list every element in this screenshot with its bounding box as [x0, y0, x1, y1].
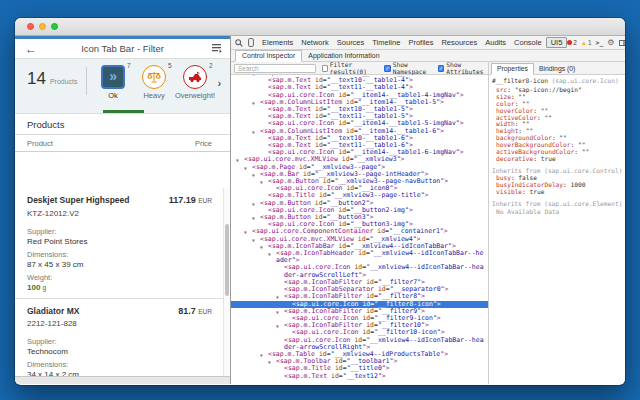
tree-row[interactable]: <sap.ui.core.Icon id="__xmlview4--idIcon…	[231, 264, 488, 278]
devtools-tab-network[interactable]: Network	[297, 37, 333, 48]
scales-icon	[142, 65, 166, 89]
inherited-properties: Inherits from (sap.ui.core.Control)busy:…	[492, 168, 623, 216]
checkbox-label: Filter results(0)	[330, 61, 378, 75]
devtools-tab-elements[interactable]: Elements	[258, 37, 297, 48]
selected-control-header: #__filter8-icon (sap.ui.core.Icon)	[492, 78, 623, 85]
column-product: Product	[27, 139, 53, 148]
checkbox-icon[interactable]	[322, 65, 328, 72]
device-toolbar-icon[interactable]	[248, 38, 254, 47]
zoom-window-button[interactable]	[51, 23, 58, 30]
devtools-tab-ui5[interactable]: UI5	[546, 37, 568, 48]
weight-label: Weight:	[27, 273, 212, 282]
checkbox-label: Show Namespace	[393, 61, 432, 75]
devtools-tab-console[interactable]: Console	[510, 37, 546, 48]
overflow-icon[interactable]	[212, 44, 222, 53]
checkbox-icon[interactable]: ✓	[384, 65, 391, 72]
tree-row[interactable]: <sap.m.Text id="__text12">	[231, 373, 488, 380]
product-code: KTZ-12012.V2	[27, 209, 212, 218]
app-scrollbar[interactable]	[223, 188, 230, 376]
devtools-pane: ElementsNetworkSourcesTimelineProfilesRe…	[230, 36, 625, 384]
table-header: Product Price	[15, 135, 230, 152]
overweight-icon	[183, 65, 207, 89]
tab-filter-ok[interactable]: 7 » Ok	[93, 59, 134, 100]
devtools-toolbar: ElementsNetworkSourcesTimelineProfilesRe…	[231, 36, 625, 50]
elements-tree: ▼<sap.m.ColumnListItem id="__item14-__ta…	[231, 75, 488, 384]
property-row: visible: true	[492, 189, 623, 196]
column-price: Price	[195, 139, 212, 148]
selected-tab-underline	[103, 110, 144, 113]
tab-filter-overweight[interactable]: 2 Overweight!	[175, 59, 216, 100]
tab-scroll-right-icon[interactable]: ›	[218, 77, 222, 89]
inherits-from-header: Inherits from (sap.ui.core.Element)	[492, 201, 623, 208]
tree-row[interactable]: <sap.ui.core.Icon id="__xmlview4--idIcon…	[231, 337, 488, 351]
product-list: Deskjet Super Highspeed 117.19 EUR KTZ-1…	[15, 188, 223, 376]
browser-window: ← Icon Tab Bar - Filter 14 Products	[15, 18, 625, 385]
product-price: 81.7 EUR	[178, 306, 212, 317]
subtab-control-inspector[interactable]: Control Inspector	[235, 50, 302, 62]
devtools-tab-timeline[interactable]: Timeline	[368, 37, 404, 48]
product-name: Gladiator MX	[27, 306, 79, 317]
tree-filterbar: Filter results(0)✓Show Namespace✓Show At…	[231, 62, 488, 75]
warning-badge[interactable]: ▲ 1	[581, 39, 592, 46]
supplier-label: Supplier:	[27, 337, 212, 346]
product-row[interactable]: Deskjet Super Highspeed 117.19 EUR KTZ-1…	[15, 188, 223, 299]
tab-filter-heavy[interactable]: 5 Heavy	[134, 59, 175, 100]
supplier-value: Technocom	[27, 347, 212, 356]
devtools-tab-resources[interactable]: Resources	[437, 37, 481, 48]
dimensions-label: Dimensions:	[27, 250, 212, 259]
app-header: ← Icon Tab Bar - Filter	[15, 39, 230, 59]
minimize-window-button[interactable]	[39, 23, 46, 30]
own-properties: src: "sap-icon://begin"size: ""color: ""…	[492, 87, 623, 163]
subtab-application-information[interactable]: Application Information	[302, 51, 385, 61]
product-name: Deskjet Super Highspeed	[27, 195, 130, 206]
window-titlebar	[15, 18, 625, 36]
no-data-message: No Available Data	[492, 209, 623, 216]
app-scrollbar-thumb[interactable]	[225, 224, 229, 296]
page-title: Icon Tab Bar - Filter	[15, 43, 230, 54]
search-input[interactable]	[234, 64, 316, 73]
devtools-toolbar-right: 2 ▲ 1 >_ ⚙ ×	[567, 38, 625, 48]
inspect-element-icon[interactable]	[235, 39, 243, 47]
weight-value: 100 g	[27, 283, 212, 292]
product-price: 117.19 EUR	[169, 195, 212, 206]
icon-tab-bar: 14 Products 7 » Ok 5	[15, 59, 230, 114]
expand-arrow-icon[interactable]: ▼	[268, 251, 271, 258]
tab-divider	[86, 67, 87, 95]
properties-tabs: PropertiesBindings (0)	[488, 62, 625, 75]
devtools-tab-audits[interactable]: Audits	[481, 37, 510, 48]
checkbox-label: Show Attributes	[446, 61, 488, 75]
property-row: decorative: true	[492, 156, 623, 163]
console-drawer-icon[interactable]: >_	[596, 39, 604, 47]
product-row[interactable]: Gladiator MX 81.7 EUR 2212-121-828 Suppl…	[15, 299, 223, 376]
product-code: 2212-121-828	[27, 319, 212, 328]
dimensions-value: 87 x 45 x 39 cm	[27, 260, 212, 269]
warning-triangle-icon: ▲	[581, 40, 587, 46]
tree-row[interactable]: ▼<sap.m.IconTabHeader id="__xmlview4--id…	[231, 250, 488, 264]
supplier-value: Red Point Stores	[27, 237, 212, 246]
app-footer-bar	[15, 376, 230, 384]
error-badge[interactable]: 2	[567, 39, 577, 46]
app-pane: ← Icon Tab Bar - Filter 14 Products	[15, 36, 230, 384]
products-section-title: Products	[15, 114, 230, 135]
dimensions-label: Dimensions:	[27, 360, 212, 369]
devtools-tab-sources[interactable]: Sources	[333, 37, 369, 48]
checkbox-show-namespace[interactable]: ✓Show Namespace	[384, 61, 431, 75]
devtools-tabs: ElementsNetworkSourcesTimelineProfilesRe…	[258, 37, 567, 48]
checkbox-filter-results-0-[interactable]: Filter results(0)	[322, 61, 378, 75]
properties-panel: #__filter8-icon (sap.ui.core.Icon) src: …	[488, 75, 625, 384]
filter-checkboxes: Filter results(0)✓Show Namespace✓Show At…	[316, 61, 488, 75]
dock-side-icon[interactable]	[619, 40, 625, 46]
props-tab-properties[interactable]: Properties	[491, 63, 534, 75]
checkbox-show-attributes[interactable]: ✓Show Attributes	[438, 61, 488, 75]
product-count: 14 Products	[27, 69, 78, 89]
checkbox-icon[interactable]: ✓	[438, 65, 445, 72]
begin-icon: »	[101, 65, 125, 89]
supplier-label: Supplier:	[27, 227, 212, 236]
devtools-tab-profiles[interactable]: Profiles	[404, 37, 437, 48]
error-dot-icon	[567, 40, 572, 45]
props-tab-bindings-0-[interactable]: Bindings (0)	[534, 64, 580, 74]
back-arrow-icon[interactable]: ←	[25, 43, 37, 55]
close-window-button[interactable]	[27, 23, 34, 30]
settings-icon[interactable]: ⚙	[607, 39, 614, 47]
